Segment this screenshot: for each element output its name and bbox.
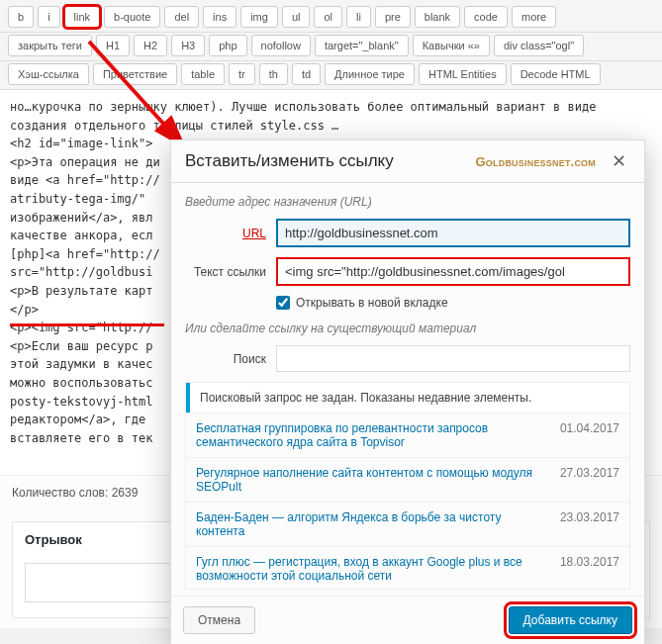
toolbar-h3-button[interactable]: H3 (171, 35, 205, 56)
toolbar-link-button[interactable]: link (64, 6, 101, 28)
hint-existing: Или сделайте ссылку на существующий мате… (185, 322, 630, 335)
word-count-label: Количество слов: (12, 486, 108, 500)
toolbar-ul-button[interactable]: ul (282, 6, 311, 28)
result-date: 18.03.2017 (560, 555, 619, 583)
result-date: 01.04.2017 (560, 421, 619, 449)
result-title: Гугл плюс — регистрация, вход в аккаунт … (196, 555, 550, 583)
hint-destination: Введите адрес назначения (URL) (185, 195, 630, 209)
link-text-input[interactable] (276, 257, 630, 286)
toolbar-th-button[interactable]: th (259, 63, 288, 85)
search-results: Поисковый запрос не задан. Показаны неда… (185, 382, 630, 590)
toolbar-кавычки--button[interactable]: Кавычки «» (413, 35, 490, 56)
toolbar-html-entities-button[interactable]: HTML Entities (419, 63, 507, 85)
word-count-value: 2639 (112, 486, 139, 500)
modal-footer: Отмена Добавить ссылку (171, 596, 644, 644)
annotation-underline (10, 323, 164, 326)
link-text-label: Текст ссылки (185, 265, 266, 279)
toolbar-div-class-ogl--button[interactable]: div class="ogl" (494, 35, 584, 56)
url-input[interactable] (276, 219, 630, 247)
result-date: 27.03.2017 (560, 466, 619, 494)
toolbar-target-blank--button[interactable]: target="_blank" (315, 35, 409, 56)
toolbar-b-button[interactable]: b (8, 6, 34, 28)
toolbar-table-button[interactable]: table (181, 63, 225, 85)
search-label: Поиск (185, 352, 266, 366)
toolbar-tr-button[interactable]: tr (229, 63, 255, 85)
new-tab-label: Открывать в новой вкладке (296, 296, 448, 310)
insert-link-modal: Вставить/изменить ссылку Goldbusinessnet… (170, 139, 645, 644)
toolbar-li-button[interactable]: li (346, 6, 371, 28)
result-title: Регулярное наполнение сайта контентом с … (196, 466, 550, 494)
url-label: URL (185, 227, 266, 240)
toolbar-pre-button[interactable]: pre (375, 6, 411, 28)
toolbar-ol-button[interactable]: ol (314, 6, 342, 28)
toolbar-decode-html-button[interactable]: Decode HTML (511, 63, 601, 85)
result-title: Баден-Баден — алгоритм Яндекса в борьбе … (196, 510, 550, 538)
editor-toolbar-row3: Хэш-ссылкаПриветствиеtabletrthtdДлинное … (0, 61, 662, 90)
editor-toolbar: bilinkb-quotedelinsimgulollipreblankcode… (0, 0, 662, 33)
toolbar-more-button[interactable]: more (512, 6, 556, 28)
brand-watermark: Goldbusinessnet.com (475, 154, 596, 169)
search-input[interactable] (276, 345, 630, 372)
toolbar-закрыть-теги-button[interactable]: закрыть теги (8, 35, 92, 56)
toolbar-i-button[interactable]: i (38, 6, 59, 28)
result-item[interactable]: Бесплатная группировка по релевантности … (186, 413, 629, 457)
toolbar-nofollow-button[interactable]: nofollow (251, 35, 311, 56)
toolbar-h2-button[interactable]: H2 (134, 35, 167, 56)
toolbar-h1-button[interactable]: H1 (96, 35, 130, 56)
toolbar-img-button[interactable]: img (240, 6, 278, 28)
result-date: 23.03.2017 (560, 510, 619, 538)
toolbar-b-quote-button[interactable]: b-quote (104, 6, 160, 28)
results-info: Поисковый запрос не задан. Показаны неда… (186, 383, 629, 413)
cancel-button[interactable]: Отмена (183, 606, 255, 634)
toolbar-td-button[interactable]: td (292, 63, 321, 85)
result-item[interactable]: Баден-Баден — алгоритм Яндекса в борьбе … (186, 502, 629, 546)
toolbar-длинное-тире-button[interactable]: Длинное тире (325, 63, 415, 85)
toolbar-приветствие-button[interactable]: Приветствие (93, 63, 177, 85)
result-item[interactable]: Регулярное наполнение сайта контентом с … (186, 457, 629, 502)
close-icon[interactable]: ✕ (608, 150, 630, 172)
toolbar-blank-button[interactable]: blank (415, 6, 460, 28)
new-tab-checkbox[interactable] (276, 296, 290, 310)
add-link-button[interactable]: Добавить ссылку (509, 606, 632, 634)
modal-header: Вставить/изменить ссылку Goldbusinessnet… (171, 140, 644, 183)
toolbar-code-button[interactable]: code (464, 6, 508, 28)
toolbar-хэш-ссылка-button[interactable]: Хэш-ссылка (8, 63, 89, 85)
toolbar-php-button[interactable]: php (209, 35, 246, 56)
result-item[interactable]: Гугл плюс — регистрация, вход в аккаунт … (186, 546, 629, 590)
result-title: Бесплатная группировка по релевантности … (196, 421, 550, 449)
toolbar-ins-button[interactable]: ins (203, 6, 236, 28)
toolbar-del-button[interactable]: del (164, 6, 199, 28)
modal-title: Вставить/изменить ссылку (185, 151, 394, 171)
editor-toolbar-row2: закрыть тегиH1H2H3phpnofollowtarget="_bl… (0, 33, 662, 61)
